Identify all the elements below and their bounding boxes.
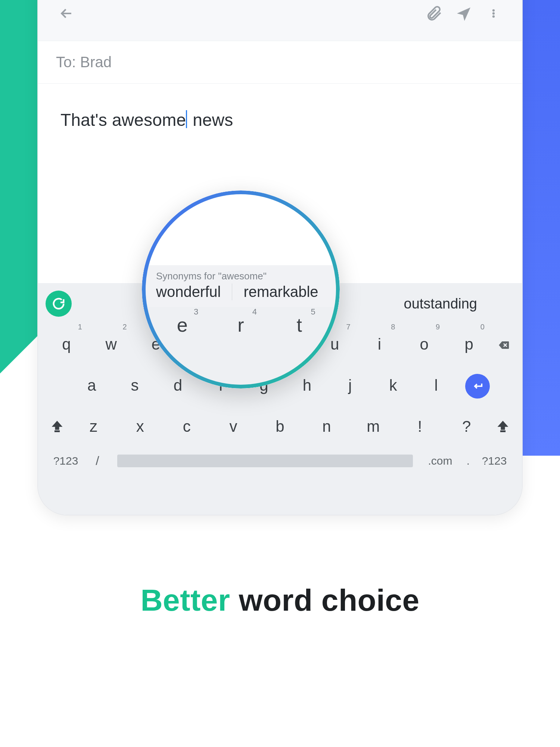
keyboard-bottom-row: ?123 / .com . ?123: [38, 451, 522, 477]
body-before-caret: That's awesome: [60, 110, 186, 130]
key-j[interactable]: j: [329, 369, 371, 403]
key-p[interactable]: p0: [447, 328, 491, 362]
symbols-key-right[interactable]: ?123: [476, 455, 513, 467]
shift-key-left[interactable]: [44, 419, 70, 435]
to-label: To:: [56, 54, 76, 70]
key-v[interactable]: v: [210, 410, 257, 444]
headline: Better word choice: [0, 583, 560, 618]
dotcom-key[interactable]: .com: [420, 455, 461, 467]
backspace-key[interactable]: [491, 336, 516, 354]
compose-body[interactable]: That's awesome news: [38, 84, 522, 197]
key-a[interactable]: a: [70, 369, 113, 403]
key-b[interactable]: b: [257, 410, 304, 444]
attachment-icon[interactable]: [419, 4, 449, 22]
key-i[interactable]: i8: [357, 328, 402, 362]
key-w[interactable]: w2: [89, 328, 134, 362]
svg-point-2: [492, 15, 494, 17]
symbols-key-left[interactable]: ?123: [47, 455, 84, 467]
to-field[interactable]: To: Brad: [38, 41, 522, 84]
back-icon[interactable]: [52, 5, 81, 22]
spacebar[interactable]: [117, 455, 413, 467]
lens-key-r[interactable]: r4: [220, 314, 261, 336]
suggestion-wonderful[interactable]: wonderful: [156, 283, 221, 300]
bg-accent-right: [523, 0, 560, 456]
headline-rest: word choice: [230, 583, 419, 617]
key-c[interactable]: c: [164, 410, 210, 444]
synonym-panel: Synonyms for "awesome" wonderful remarka…: [146, 265, 336, 307]
key-k[interactable]: k: [371, 369, 414, 403]
key-m[interactable]: m: [350, 410, 396, 444]
send-icon[interactable]: [449, 4, 479, 22]
lens-key-e[interactable]: e3: [162, 314, 203, 336]
keyboard-row-3: zxcvbnm!?: [44, 410, 516, 444]
shift-key-right[interactable]: [490, 419, 516, 435]
compose-toolbar: [38, 0, 522, 41]
svg-rect-3: [55, 431, 60, 432]
grammarly-icon[interactable]: [46, 291, 72, 317]
key-o[interactable]: o9: [402, 328, 447, 362]
svg-rect-4: [501, 431, 505, 432]
body-after-caret: news: [188, 110, 233, 130]
more-icon[interactable]: [479, 5, 508, 22]
text-caret: [186, 110, 187, 128]
key-exclaim[interactable]: !: [396, 410, 443, 444]
key-question[interactable]: ?: [443, 410, 490, 444]
key-s[interactable]: s: [113, 369, 156, 403]
synonym-title: Synonyms for "awesome": [156, 270, 326, 282]
to-recipient: Brad: [80, 54, 112, 70]
key-z[interactable]: z: [70, 410, 117, 444]
svg-point-0: [492, 9, 494, 11]
key-n[interactable]: n: [303, 410, 350, 444]
enter-key[interactable]: [465, 374, 490, 399]
period-key[interactable]: .: [461, 455, 476, 467]
svg-point-1: [492, 12, 494, 14]
suggestion-remarkable[interactable]: remarkable: [243, 283, 318, 300]
key-q[interactable]: q1: [44, 328, 89, 362]
headline-accent: Better: [140, 583, 230, 617]
key-x[interactable]: x: [117, 410, 164, 444]
suggestion-outstanding[interactable]: outstanding: [404, 296, 477, 312]
magnifier-lens: Synonyms for "awesome" wonderful remarka…: [142, 190, 340, 388]
slash-key[interactable]: /: [84, 453, 111, 468]
lens-key-t[interactable]: t5: [279, 314, 320, 336]
key-l[interactable]: l: [415, 369, 458, 403]
